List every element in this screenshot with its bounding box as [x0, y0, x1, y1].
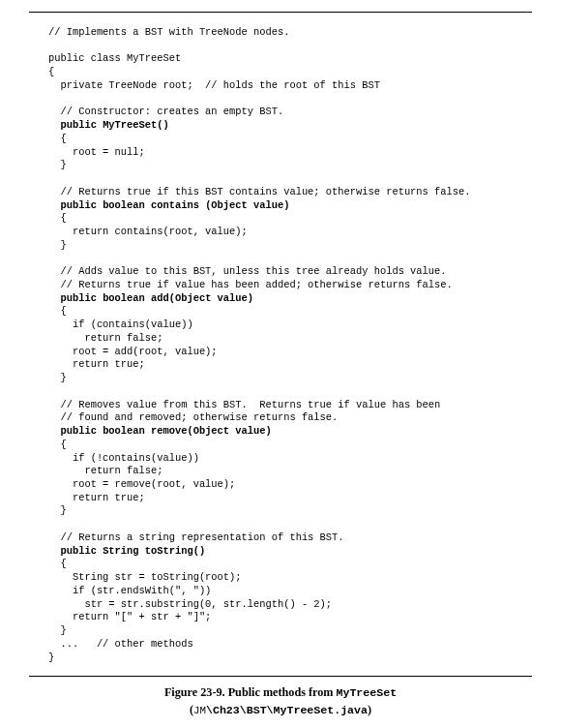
l: // Adds value to this BST, unless this t… [48, 265, 447, 277]
caption-close: ) [368, 703, 371, 716]
l: root = null; [48, 146, 145, 158]
l [48, 292, 60, 304]
l [48, 119, 60, 131]
l: } [48, 372, 67, 383]
l: } [48, 504, 67, 516]
l: String str = toString(root); [48, 571, 242, 583]
caption-classname: MyTreeSet [337, 686, 398, 699]
l [48, 545, 60, 557]
l: root = remove(root, value); [48, 478, 235, 490]
l: return "[" + str + "]"; [48, 611, 211, 622]
l: { [48, 558, 67, 569]
l: { [48, 66, 54, 77]
l: } [48, 652, 54, 663]
l: // Returns true if value has been added;… [48, 279, 453, 290]
caption-path: \Ch23\BST\MyTreeSet.java [206, 704, 368, 716]
caption-jm: JM [193, 705, 206, 716]
sig-tostring: public String toString() [60, 545, 205, 557]
l: // Constructor: creates an empty BST. [48, 106, 283, 117]
rule-top [29, 12, 532, 13]
l: return false; [48, 465, 162, 476]
l: } [48, 159, 67, 170]
code-listing: // Implements a BST with TreeNode nodes.… [29, 24, 532, 670]
page: // Implements a BST with TreeNode nodes.… [0, 0, 561, 719]
l: // Implements a BST with TreeNode nodes. [48, 26, 289, 38]
l: { [48, 439, 67, 450]
l: root = add(root, value); [48, 346, 218, 357]
l: return false; [48, 332, 162, 344]
l: // Returns true if this BST contains val… [48, 186, 470, 197]
sig-contains: public boolean contains (Object value) [60, 199, 289, 211]
l: public class MyTreeSet [48, 52, 181, 64]
l [48, 425, 60, 437]
sig-add: public boolean add(Object value) [60, 292, 253, 304]
l: { [48, 305, 67, 317]
l: if (contains(value)) [48, 318, 193, 330]
l: str = str.substring(0, str.length() - 2)… [48, 598, 332, 610]
rule-bottom [29, 676, 532, 677]
l: { [48, 133, 67, 144]
l: if (!contains(value)) [48, 452, 199, 464]
l: ... // other methods [48, 638, 193, 650]
figure-caption: Figure 23-9. Public methods from MyTreeS… [29, 684, 532, 719]
l: return true; [48, 492, 145, 503]
l: { [48, 212, 67, 224]
l: private TreeNode root; // holds the root… [48, 79, 380, 91]
l: return contains(root, value); [48, 226, 248, 237]
l: // found and removed; otherwise returns … [48, 411, 338, 423]
sig-remove: public boolean remove(Object value) [60, 425, 271, 437]
l: return true; [48, 358, 145, 370]
l: if (str.endsWith(", ")) [48, 585, 211, 596]
l: } [48, 624, 67, 636]
caption-text: Figure 23-9. Public methods from [164, 685, 337, 699]
l: // Returns a string representation of th… [48, 531, 344, 543]
l: // Removes value from this BST. Returns … [48, 399, 440, 410]
l [48, 199, 60, 211]
l: } [48, 239, 67, 251]
sig-constructor: public MyTreeSet() [60, 119, 168, 131]
